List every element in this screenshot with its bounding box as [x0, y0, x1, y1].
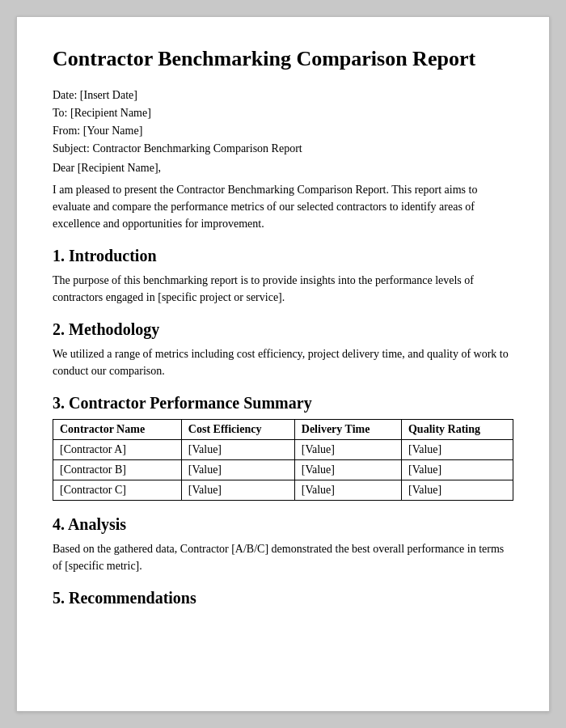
to-line: To: [Recipient Name]	[53, 107, 513, 120]
table-cell: [Value]	[401, 460, 513, 480]
section-2-heading: 2. Methodology	[53, 320, 513, 339]
performance-table: Contractor Name Cost Efficiency Delivery…	[53, 419, 513, 501]
section-5-heading: 5. Recommendations	[53, 589, 513, 607]
table-cell: [Value]	[181, 440, 294, 460]
section-3-heading: 3. Contractor Performance Summary	[53, 394, 513, 413]
col-header-contractor: Contractor Name	[53, 420, 182, 440]
table-cell: [Value]	[294, 440, 401, 460]
table-row: [Contractor B][Value][Value][Value]	[53, 460, 513, 480]
section-1-body: The purpose of this benchmarking report …	[53, 272, 513, 306]
section-2-body: We utilized a range of metrics including…	[53, 345, 513, 379]
document-page: Contractor Benchmarking Comparison Repor…	[16, 16, 550, 712]
table-cell: [Contractor C]	[53, 480, 182, 501]
col-header-delivery: Delivery Time	[294, 420, 401, 440]
intro-paragraph: I am pleased to present the Contractor B…	[53, 181, 513, 232]
section-4-heading: 4. Analysis	[53, 515, 513, 534]
table-cell: [Contractor B]	[53, 460, 182, 480]
table-header-row: Contractor Name Cost Efficiency Delivery…	[53, 420, 513, 440]
table-cell: [Value]	[401, 440, 513, 460]
from-line: From: [Your Name]	[53, 125, 513, 138]
salutation: Dear [Recipient Name],	[53, 162, 513, 175]
table-cell: [Value]	[181, 460, 294, 480]
section-1-heading: 1. Introduction	[53, 247, 513, 265]
date-line: Date: [Insert Date]	[53, 89, 513, 102]
table-row: [Contractor C][Value][Value][Value]	[53, 480, 513, 501]
subject-line: Subject: Contractor Benchmarking Compari…	[53, 142, 513, 155]
table-cell: [Contractor A]	[53, 440, 182, 460]
table-cell: [Value]	[294, 460, 401, 480]
table-cell: [Value]	[401, 480, 513, 501]
col-header-quality: Quality Rating	[401, 420, 513, 440]
table-row: [Contractor A][Value][Value][Value]	[53, 440, 513, 460]
col-header-cost: Cost Efficiency	[181, 420, 294, 440]
report-title: Contractor Benchmarking Comparison Repor…	[53, 46, 513, 71]
section-4-body: Based on the gathered data, Contractor […	[53, 540, 513, 574]
table-cell: [Value]	[294, 480, 401, 501]
table-cell: [Value]	[181, 480, 294, 501]
